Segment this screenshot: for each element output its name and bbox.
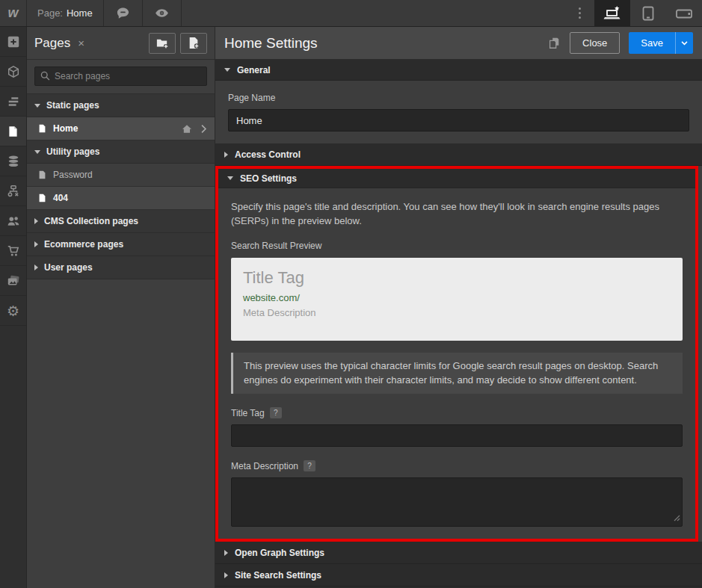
- page-indicator-value: Home: [67, 7, 93, 19]
- caret-down-icon: [227, 176, 233, 180]
- page-icon: [37, 170, 47, 180]
- group-utility-pages[interactable]: Utility pages: [27, 140, 215, 164]
- group-user-pages[interactable]: User pages: [27, 256, 215, 279]
- pages-panel-close-icon[interactable]: ×: [78, 37, 84, 49]
- main-area: ⚙ Pages ×: [0, 27, 702, 588]
- save-button[interactable]: Save: [629, 32, 693, 54]
- section-access-control[interactable]: Access Control: [215, 143, 702, 166]
- page-row-password[interactable]: Password: [27, 164, 215, 187]
- top-bar: w Page: Home: [0, 0, 702, 27]
- group-label: Ecommerce pages: [44, 239, 123, 250]
- meta-description-help-icon[interactable]: ?: [304, 460, 315, 471]
- meta-description-textarea[interactable]: [231, 477, 683, 527]
- settings-header: Home Settings Close Save: [215, 27, 702, 60]
- section-label: Open Graph Settings: [235, 548, 324, 558]
- save-button-label: Save: [629, 32, 675, 54]
- page-row-label: 404: [53, 193, 68, 203]
- caret-right-icon: [34, 241, 38, 247]
- section-site-search[interactable]: Site Search Settings: [215, 564, 702, 587]
- caret-right-icon: [224, 152, 228, 158]
- title-tag-label: Title Tag: [231, 408, 265, 418]
- search-pages-input[interactable]: [34, 66, 207, 86]
- caret-right-icon: [224, 572, 228, 578]
- serp-preview-card: Title Tag website.com/ Meta Description: [231, 258, 683, 341]
- assets-icon[interactable]: [0, 266, 26, 296]
- search-icon: [40, 70, 51, 84]
- page-icon: [37, 193, 47, 203]
- section-general[interactable]: General: [215, 60, 702, 81]
- preview-eye-icon[interactable]: [143, 0, 182, 26]
- group-static-pages[interactable]: Static pages: [27, 94, 215, 117]
- more-menu-icon[interactable]: [564, 0, 594, 26]
- pages-search-wrap: [27, 60, 215, 94]
- settings-gear-icon[interactable]: ⚙: [0, 296, 26, 326]
- components-icon[interactable]: [0, 57, 26, 87]
- seo-description: Specify this page's title and descriptio…: [231, 200, 683, 229]
- caret-right-icon: [34, 264, 38, 270]
- close-button[interactable]: Close: [570, 32, 620, 54]
- caret-down-icon: [34, 150, 40, 154]
- pages-icon[interactable]: [0, 117, 26, 146]
- seo-body: Specify this page's title and descriptio…: [218, 188, 695, 539]
- webflow-designer: w Page: Home: [0, 0, 702, 588]
- device-mobile-landscape-tab[interactable]: [666, 0, 702, 26]
- page-icon: [37, 123, 47, 134]
- caret-down-icon: [34, 104, 40, 108]
- page-row-label: Home: [53, 123, 78, 134]
- ecommerce-icon[interactable]: [0, 236, 26, 266]
- navigator-icon[interactable]: [0, 87, 26, 117]
- group-label: User pages: [44, 262, 93, 273]
- pages-panel-title: Pages: [34, 36, 70, 51]
- section-label: SEO Settings: [240, 173, 297, 184]
- serp-meta-description: Meta Description: [243, 307, 671, 318]
- top-bar-spacer: [182, 0, 564, 26]
- device-tablet-tab[interactable]: [630, 0, 666, 26]
- add-elements-icon[interactable]: [0, 27, 26, 57]
- pages-panel-actions: [149, 33, 207, 54]
- page-name-label: Page Name: [228, 93, 689, 103]
- page-row-404[interactable]: 404: [27, 187, 215, 210]
- seo-highlight-box: SEO Settings Specify this page's title a…: [215, 166, 698, 542]
- caret-right-icon: [34, 218, 38, 224]
- caret-down-icon: [224, 68, 230, 72]
- page-indicator-label: Page:: [37, 7, 63, 19]
- serp-note: This preview uses the typical character …: [231, 353, 683, 394]
- comments-icon[interactable]: [104, 0, 143, 26]
- group-label: Static pages: [46, 100, 99, 111]
- chevron-right-icon[interactable]: [200, 124, 207, 134]
- title-tag-help-icon[interactable]: ?: [270, 407, 282, 418]
- resize-grip-icon[interactable]: [674, 511, 680, 524]
- group-label: Utility pages: [46, 146, 99, 157]
- meta-description-label: Meta Description: [231, 461, 298, 471]
- page-row-home[interactable]: Home: [27, 117, 215, 140]
- users-icon[interactable]: [0, 206, 26, 236]
- general-body: Page Name: [215, 81, 702, 143]
- settings-title: Home Settings: [224, 35, 318, 52]
- section-seo-settings[interactable]: SEO Settings: [218, 169, 695, 188]
- duplicate-page-icon[interactable]: [547, 36, 561, 50]
- group-cms-collection-pages[interactable]: CMS Collection pages: [27, 210, 215, 233]
- page-settings-panel: Home Settings Close Save: [215, 27, 702, 588]
- save-dropdown-chevron-icon[interactable]: [675, 32, 693, 54]
- group-ecommerce-pages[interactable]: Ecommerce pages: [27, 233, 215, 256]
- title-tag-input[interactable]: [231, 424, 683, 447]
- page-name-input[interactable]: [228, 109, 689, 131]
- pages-panel-header: Pages ×: [27, 27, 215, 60]
- section-label: Access Control: [235, 149, 301, 160]
- page-indicator[interactable]: Page: Home: [27, 0, 104, 26]
- section-open-graph[interactable]: Open Graph Settings: [215, 542, 702, 564]
- add-page-button[interactable]: [180, 33, 207, 54]
- cms-collections-icon[interactable]: [0, 146, 26, 176]
- logic-icon[interactable]: [0, 176, 26, 206]
- group-label: CMS Collection pages: [44, 216, 138, 226]
- pages-panel-empty-area: [27, 279, 215, 588]
- serp-title: Title Tag: [243, 268, 671, 288]
- device-desktop-tab[interactable]: [594, 0, 630, 26]
- caret-right-icon: [224, 550, 228, 556]
- webflow-logo[interactable]: w: [0, 0, 27, 26]
- section-label: Site Search Settings: [235, 570, 321, 581]
- pages-panel: Pages ×: [27, 27, 215, 588]
- add-folder-button[interactable]: [149, 33, 176, 54]
- webflow-logo-glyph: w: [7, 5, 18, 21]
- left-toolbar: ⚙: [0, 27, 27, 588]
